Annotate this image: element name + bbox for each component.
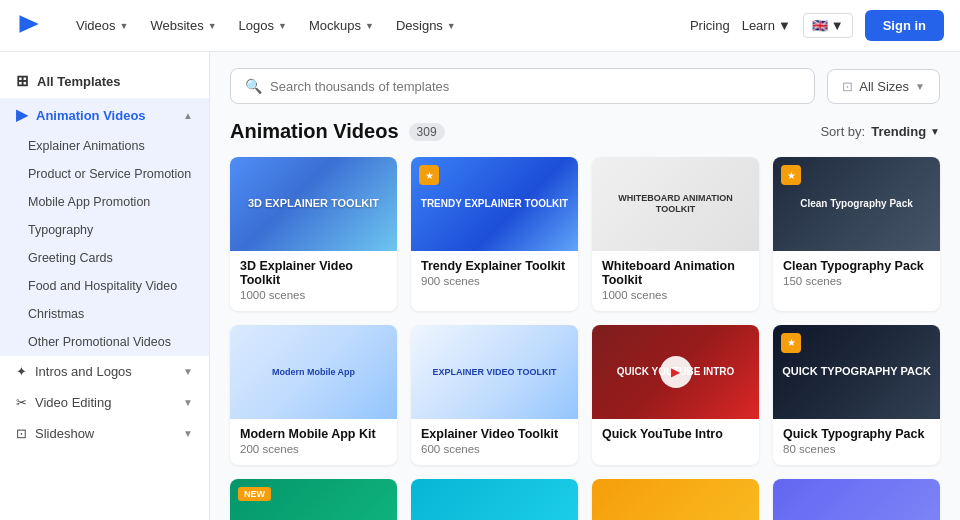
card-thumbnail: QUICK TYPOGRAPHY PACK ★ [773, 325, 940, 419]
card-scenes: 1000 scenes [240, 289, 387, 301]
star-badge: ★ [781, 165, 801, 185]
chevron-down-icon: ▼ [915, 81, 925, 92]
sidebar-item-explainer[interactable]: Explainer Animations [0, 132, 209, 160]
ribbon-badge: NEW [238, 487, 271, 501]
template-card[interactable]: QUICK TYPOGRAPHY PACK ★ Quick Typography… [773, 325, 940, 465]
card-info: Quick Typography Pack 80 scenes [773, 419, 940, 465]
star-badge: ★ [419, 165, 439, 185]
template-card[interactable]: QUICK YOUTUBE INTRO ▶ Quick YouTube Intr… [592, 325, 759, 465]
card-scenes: 900 scenes [421, 275, 568, 287]
card-thumbnail [592, 479, 759, 520]
template-card[interactable]: TRENDY EXPLAINER TOOLKIT ★ Trendy Explai… [411, 157, 578, 311]
card-thumbnail: WHITEBOARD ANIMATION TOOLKIT [592, 157, 759, 251]
template-card[interactable]: 4K ULTRA HD [773, 479, 940, 520]
nav-websites[interactable]: Websites ▼ [142, 12, 224, 39]
nav-mockups[interactable]: Mockups ▼ [301, 12, 382, 39]
signin-button[interactable]: Sign in [865, 10, 944, 41]
chevron-down-icon: ▼ [183, 397, 193, 408]
size-filter[interactable]: ⊡ All Sizes ▼ [827, 69, 940, 104]
card-info: Clean Typography Pack 150 scenes [773, 251, 940, 297]
chevron-down-icon: ▼ [183, 366, 193, 377]
thumb-text: WHITEBOARD ANIMATION TOOLKIT [592, 157, 759, 251]
sidebar-intros-logos[interactable]: ✦ Intros and Logos ▼ [0, 356, 209, 387]
card-thumbnail: 4K ULTRA HD [773, 479, 940, 520]
card-scenes: 1000 scenes [602, 289, 749, 301]
card-title: Trendy Explainer Toolkit [421, 259, 568, 273]
template-card[interactable]: 3D EXPLAINER TOOLKIT 3D Explainer Video … [230, 157, 397, 311]
top-navigation: Videos ▼ Websites ▼ Logos ▼ Mockups ▼ De… [0, 0, 960, 52]
chevron-down-icon: ▼ [278, 21, 287, 31]
card-title: Quick YouTube Intro [602, 427, 749, 441]
sidebar-item-mobile-app[interactable]: Mobile App Promotion [0, 188, 209, 216]
card-thumbnail: 3D EXPLAINER TOOLKIT [230, 157, 397, 251]
sidebar-animation-videos[interactable]: ▶ Animation Videos ▲ [0, 98, 209, 132]
sidebar-item-product[interactable]: Product or Service Promotion [0, 160, 209, 188]
card-info: Trendy Explainer Toolkit 900 scenes [411, 251, 578, 297]
sidebar-item-greeting[interactable]: Greeting Cards [0, 244, 209, 272]
scissors-icon: ✂ [16, 395, 27, 410]
sidebar-all-templates[interactable]: ⊞ All Templates [0, 64, 209, 98]
learn-link[interactable]: Learn ▼ [742, 18, 791, 33]
search-input[interactable] [270, 79, 800, 94]
play-button-icon: ▶ [660, 356, 692, 388]
card-info: Modern Mobile App Kit 200 scenes [230, 419, 397, 465]
sidebar-item-christmas[interactable]: Christmas [0, 300, 209, 328]
card-info: Quick YouTube Intro [592, 419, 759, 453]
sort-button[interactable]: Trending ▼ [871, 124, 940, 139]
template-card[interactable]: Modern Mobile App Modern Mobile App Kit … [230, 325, 397, 465]
card-thumbnail: Clean Typography Pack ★ [773, 157, 940, 251]
sidebar-item-typography[interactable]: Typography [0, 216, 209, 244]
language-selector[interactable]: 🇬🇧 ▼ [803, 13, 853, 38]
nav-links: Videos ▼ Websites ▼ Logos ▼ Mockups ▼ De… [68, 12, 690, 39]
card-title: Whiteboard Animation Toolkit [602, 259, 749, 287]
template-card[interactable] [592, 479, 759, 520]
nav-designs[interactable]: Designs ▼ [388, 12, 464, 39]
templates-grid: 3D EXPLAINER TOOLKIT 3D Explainer Video … [230, 157, 940, 520]
card-info: Whiteboard Animation Toolkit 1000 scenes [592, 251, 759, 311]
sidebar-video-editing[interactable]: ✂ Video Editing ▼ [0, 387, 209, 418]
template-card[interactable]: WHITEBOARD ANIMATION TOOLKIT Whiteboard … [592, 157, 759, 311]
sidebar-item-other[interactable]: Other Promotional Videos [0, 328, 209, 356]
search-bar: 🔍 ⊡ All Sizes ▼ [230, 68, 940, 104]
card-title: Quick Typography Pack [783, 427, 930, 441]
template-card[interactable]: Clean Typography Pack ★ Clean Typography… [773, 157, 940, 311]
section-title-wrap: Animation Videos 309 [230, 120, 445, 143]
chevron-down-icon: ▼ [208, 21, 217, 31]
template-card[interactable]: NEW [230, 479, 397, 520]
chevron-down-icon: ▼ [447, 21, 456, 31]
card-thumbnail: QUICK YOUTUBE INTRO ▶ [592, 325, 759, 419]
nav-right: Pricing Learn ▼ 🇬🇧 ▼ Sign in [690, 10, 944, 41]
card-thumbnail: NEW [230, 479, 397, 520]
card-thumbnail: Modern Mobile App [230, 325, 397, 419]
sidebar-slideshow[interactable]: ⊡ Slideshow ▼ [0, 418, 209, 449]
template-card[interactable] [411, 479, 578, 520]
card-thumbnail: TRENDY EXPLAINER TOOLKIT ★ [411, 157, 578, 251]
sidebar: ⊞ All Templates ▶ Animation Videos ▲ Exp… [0, 52, 210, 520]
card-scenes: 150 scenes [783, 275, 930, 287]
slideshow-icon: ⊡ [16, 426, 27, 441]
search-icon: 🔍 [245, 78, 262, 94]
flag-icon: 🇬🇧 [812, 18, 828, 33]
sidebar-item-food[interactable]: Food and Hospitality Video [0, 272, 209, 300]
search-input-wrap[interactable]: 🔍 [230, 68, 815, 104]
card-thumbnail: EXPLAINER VIDEO TOOLKIT [411, 325, 578, 419]
chevron-down-icon: ▼ [183, 428, 193, 439]
logo[interactable] [16, 10, 44, 41]
thumb-text: EXPLAINER VIDEO TOOLKIT [411, 325, 578, 419]
section-header: Animation Videos 309 Sort by: Trending ▼ [230, 120, 940, 143]
section-title: Animation Videos [230, 120, 399, 143]
main-content: 🔍 ⊡ All Sizes ▼ Animation Videos 309 Sor… [210, 52, 960, 520]
nav-logos[interactable]: Logos ▼ [231, 12, 295, 39]
thumb-text: 3D EXPLAINER TOOLKIT [230, 157, 397, 251]
card-scenes: 200 scenes [240, 443, 387, 455]
pricing-link[interactable]: Pricing [690, 18, 730, 33]
chevron-down-icon: ▼ [930, 126, 940, 137]
star-badge: ★ [781, 333, 801, 353]
template-card[interactable]: EXPLAINER VIDEO TOOLKIT Explainer Video … [411, 325, 578, 465]
nav-videos[interactable]: Videos ▼ [68, 12, 136, 39]
card-title: Modern Mobile App Kit [240, 427, 387, 441]
card-thumbnail [411, 479, 578, 520]
card-info: Explainer Video Toolkit 600 scenes [411, 419, 578, 465]
svg-marker-0 [20, 15, 39, 33]
thumb-text [592, 479, 759, 520]
